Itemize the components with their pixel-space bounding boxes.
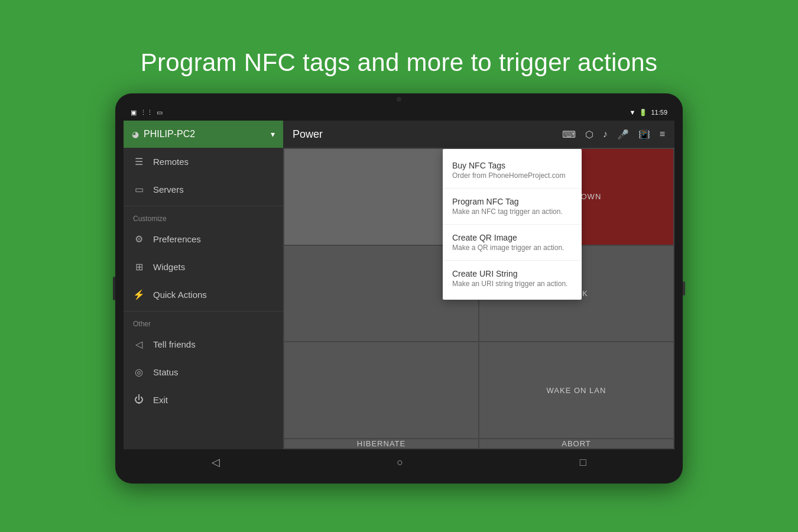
- customize-section-label: Customize: [124, 209, 283, 225]
- sidebar-status-label: Status: [153, 367, 179, 377]
- servers-icon: ▭: [133, 184, 145, 195]
- sidebar-device-name: PHILIP-PC2: [144, 129, 266, 140]
- create-qr-image-title: Create QR Image: [452, 233, 572, 242]
- nav-home-icon[interactable]: ○: [397, 456, 403, 469]
- buy-nfc-tags-title: Buy NFC Tags: [452, 161, 572, 170]
- sidebar-item-status[interactable]: ◎ Status: [124, 358, 283, 386]
- battery-saver-icon: ▭: [157, 109, 163, 116]
- sidebar-item-remotes[interactable]: ☰ Remotes: [124, 148, 283, 176]
- popup-item-create-qr-image[interactable]: Create QR Image Make a QR image trigger …: [443, 226, 582, 259]
- program-nfc-tag-title: Program NFC Tag: [452, 197, 572, 206]
- sidebar-item-servers[interactable]: ▭ Servers: [124, 176, 283, 203]
- time-display: 11:59: [651, 109, 667, 116]
- status-bar: ▣ ⋮⋮ ▭ ▼ 🔋 11:59: [124, 104, 674, 121]
- create-uri-string-title: Create URI String: [452, 269, 572, 278]
- sidebar-item-widgets[interactable]: ⊞ Widgets: [124, 253, 283, 281]
- sidebar-item-quick-actions[interactable]: ⚡ Quick Actions: [124, 281, 283, 309]
- sidebar-item-tell-friends[interactable]: ◁ Tell friends: [124, 330, 283, 358]
- other-section-label: Other: [124, 314, 283, 330]
- sidebar-widgets-label: Widgets: [153, 262, 185, 272]
- wifi-icon: ▼: [630, 109, 636, 116]
- sidebar-item-exit[interactable]: ⏻ Exit: [124, 386, 283, 413]
- sidebar-servers-label: Servers: [153, 184, 184, 194]
- popup-overlay[interactable]: Buy NFC Tags Order from PhoneHomeProject…: [283, 121, 674, 449]
- sidebar-item-preferences[interactable]: ⚙ Preferences: [124, 225, 283, 253]
- tablet-camera: [397, 97, 401, 102]
- create-uri-string-subtitle: Make an URI string trigger an action.: [452, 280, 572, 288]
- app-area: ◕ PHILIP-PC2 ▾ ☰ Remotes ▭ Servers: [124, 121, 674, 449]
- sidebar-dropdown-icon: ▾: [271, 129, 275, 139]
- sidebar-quick-actions-label: Quick Actions: [153, 290, 207, 300]
- tablet-frame: ▣ ⋮⋮ ▭ ▼ 🔋 11:59 ◕ PHILIP-PC2: [115, 93, 683, 484]
- status-bar-left: ▣ ⋮⋮ ▭: [131, 109, 163, 116]
- exit-icon: ⏻: [133, 394, 145, 405]
- nav-back-icon[interactable]: ◁: [212, 456, 220, 469]
- sidebar-exit-label: Exit: [153, 395, 168, 405]
- program-nfc-tag-subtitle: Make an NFC tag trigger an action.: [452, 207, 572, 216]
- popup-divider-2: [443, 224, 582, 225]
- sidebar-remotes-label: Remotes: [153, 157, 189, 167]
- tablet-screen: ▣ ⋮⋮ ▭ ▼ 🔋 11:59 ◕ PHILIP-PC2: [124, 104, 674, 475]
- status-icon: ◎: [133, 366, 145, 378]
- battery-icon: 🔋: [639, 109, 647, 116]
- tell-friends-icon: ◁: [133, 339, 145, 350]
- create-qr-image-subtitle: Make a QR image trigger an action.: [452, 244, 572, 252]
- sidebar-divider-2: [124, 311, 283, 312]
- sidebar-header[interactable]: ◕ PHILIP-PC2 ▾: [124, 121, 283, 148]
- cast-icon: ⋮⋮: [140, 109, 153, 116]
- widgets-icon: ⊞: [133, 261, 145, 273]
- sidebar-wifi-icon: ◕: [132, 129, 139, 139]
- main-content: Power ⌨ ⬡ ♪ 🎤 📳 ≡: [283, 121, 674, 449]
- popup-item-create-uri-string[interactable]: Create URI String Make an URI string tri…: [443, 262, 582, 295]
- nav-recent-icon[interactable]: □: [580, 456, 586, 469]
- remotes-icon: ☰: [133, 156, 145, 167]
- popup-item-program-nfc-tag[interactable]: Program NFC Tag Make an NFC tag trigger …: [443, 190, 582, 223]
- quick-actions-icon: ⚡: [133, 289, 145, 300]
- sidebar-divider-1: [124, 206, 283, 206]
- sidebar: ◕ PHILIP-PC2 ▾ ☰ Remotes ▭ Servers: [124, 121, 283, 449]
- sidebar-preferences-label: Preferences: [153, 234, 201, 244]
- popup-divider-3: [443, 260, 582, 261]
- page-background: Program NFC tags and more to trigger act…: [0, 0, 798, 532]
- popup-divider-1: [443, 188, 582, 189]
- popup-menu: Buy NFC Tags Order from PhoneHomeProject…: [443, 149, 582, 300]
- screenshot-icon: ▣: [131, 109, 137, 116]
- sidebar-tell-friends-label: Tell friends: [153, 339, 196, 349]
- popup-item-buy-nfc-tags[interactable]: Buy NFC Tags Order from PhoneHomeProject…: [443, 154, 582, 187]
- status-bar-right: ▼ 🔋 11:59: [630, 109, 667, 116]
- nav-bar: ◁ ○ □: [124, 449, 674, 475]
- buy-nfc-tags-subtitle: Order from PhoneHomeProject.com: [452, 171, 572, 180]
- page-title: Program NFC tags and more to trigger act…: [141, 48, 658, 77]
- preferences-icon: ⚙: [133, 233, 145, 245]
- tablet-side-button-left: [113, 277, 115, 300]
- tablet-side-button-right: [683, 281, 685, 296]
